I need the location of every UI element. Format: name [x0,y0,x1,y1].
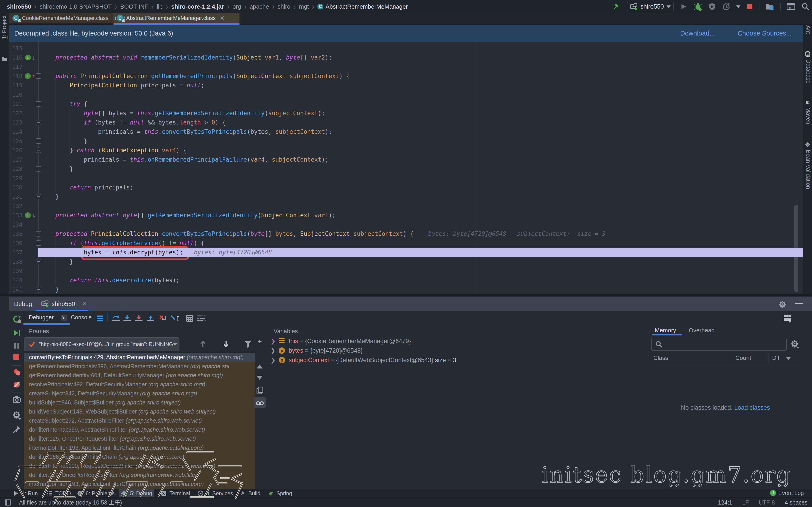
implemented-arrow-icon[interactable]: ↓ [32,211,36,220]
code-line[interactable]: 141− } [9,285,803,294]
scroll-up-icon[interactable] [256,363,263,370]
code-line[interactable]: 139 [9,266,803,276]
implement-marker-icon[interactable]: I [25,55,31,60]
chevron-right-icon[interactable]: ❯ [270,355,275,365]
toolwindow-button-spring[interactable]: Spring [265,489,294,498]
profiler-chevron-icon[interactable] [736,5,741,8]
stack-frame-row[interactable]: getRememberedPrincipals:396, AbstractRem… [24,362,255,371]
stack-frame-row[interactable]: doFilter:119, OncePerRequestFilter (org.… [24,470,255,480]
view-breakpoints-icon[interactable] [12,368,21,377]
fold-end-icon[interactable]: − [36,166,41,172]
download-link[interactable]: Download... [680,30,715,37]
fold-start-icon[interactable]: − [36,231,41,236]
code-line[interactable]: 131− } [9,192,803,202]
code-line[interactable]: 122 byte[] bytes = this.getRememberedSer… [9,109,803,118]
coverage-icon[interactable] [708,2,716,11]
profiler-icon[interactable] [722,2,730,11]
add-watch-icon[interactable]: + [255,338,264,346]
column-count[interactable]: Count [735,354,751,361]
breadcrumb-item[interactable]: mgt [299,3,309,10]
implement-marker-icon[interactable]: I [25,73,31,79]
code-line[interactable]: 119 PrincipalCollection principals = nul… [9,81,803,90]
stripe-button-maven[interactable]: mMaven [805,99,811,106]
chevron-right-icon[interactable]: ❯ [270,346,275,355]
stack-frame-row[interactable]: doFilter:166, ApplicationFilterChain (or… [24,452,255,461]
choose-sources-link[interactable]: Choose Sources... [738,30,792,37]
fold-start-icon[interactable]: − [36,120,41,125]
memory-settings-icon[interactable] [791,340,800,349]
implement-marker-icon[interactable]: I [25,212,31,218]
code-line[interactable]: 137 bytes = this.decrypt(bytes);bytes: b… [9,248,803,257]
stack-frame-row[interactable]: resolvePrincipals:492, DefaultSecurityMa… [24,380,255,389]
toolwindow-button-terminal[interactable]: Terminal [159,489,192,498]
fold-start-icon[interactable]: − [36,148,41,153]
fold-end-icon[interactable]: − [36,259,41,264]
rerun-icon[interactable] [12,315,21,324]
code-line[interactable]: 121− try { [9,99,803,109]
force-step-into-icon[interactable] [134,314,143,323]
search-everywhere-icon[interactable] [801,2,810,11]
fold-end-icon[interactable]: − [36,138,41,144]
variable-row[interactable]: ❯this = {CookieRememberMeManager@6479} [265,336,648,346]
code-line[interactable]: 118I↑− public PrincipalCollection getRem… [9,71,803,81]
breadcrumb-item[interactable]: shiro-core-1.2.4.jar [171,3,224,10]
fold-start-icon[interactable]: − [36,101,41,107]
editor-tab[interactable]: CAbstractRememberMeManager.class✕ [113,13,240,23]
run-icon[interactable] [680,3,688,10]
stack-frame-row[interactable]: createSubject:342, DefaultSecurityManage… [24,389,255,398]
mute-breakpoints-icon[interactable] [12,380,21,389]
code-line[interactable]: 132 [9,202,803,211]
run-to-cursor-icon[interactable] [170,314,180,323]
chevron-right-icon[interactable]: ❯ [270,336,275,346]
code-line[interactable]: 115 [9,44,803,53]
code-line[interactable]: 123− if (bytes != null && bytes.length >… [9,118,803,127]
breadcrumb-item[interactable]: shirodemo-1.0-SNAPSHOT [40,3,112,10]
hide-icon[interactable] [795,303,803,304]
console-icon[interactable] [61,315,67,321]
debug-session-tab[interactable]: shiro550 [52,300,75,307]
implemented-arrow-icon[interactable]: ↓ [32,53,36,62]
stop-icon[interactable] [12,353,20,361]
tab-memory[interactable]: Memory [655,327,676,334]
load-classes-link[interactable]: Load classes [734,404,770,411]
build-hammer-icon[interactable] [612,2,621,11]
layout-settings-icon[interactable] [782,313,792,323]
code-line[interactable]: 133I↓ protected abstract byte[] getRemem… [9,211,803,220]
breadcrumb-item[interactable]: shiro [277,3,290,10]
stack-frame-row[interactable]: createSubject:292, AbstractShiroFilter (… [24,416,255,425]
code-line[interactable]: 130 return principals; [9,183,803,192]
drop-frame-icon[interactable] [158,314,167,323]
stack-frame-row[interactable]: convertBytesToPrincipals:429, AbstractRe… [24,353,255,362]
breadcrumb[interactable]: shiro550›shirodemo-1.0-SNAPSHOT›BOOT-INF… [7,0,408,13]
pause-icon[interactable] [12,341,21,350]
code-line[interactable]: 124 principals = this.convertBytesToPrin… [9,127,803,136]
debug-icon[interactable] [693,2,702,11]
stack-frame-row[interactable]: doFilterInternal:359, AbstractShiroFilte… [24,425,255,434]
resume-icon[interactable] [12,329,21,337]
evaluate-expression-icon[interactable] [185,314,194,323]
stack-frame-row[interactable]: internalDoFilter:193, ApplicationFilterC… [24,480,255,489]
stack-frame-row[interactable]: doFilterInternal:100, RequestContextFilt… [24,461,255,470]
code-line[interactable]: 120 [9,90,803,99]
gear-icon[interactable] [778,300,786,308]
glasses-icon[interactable] [256,398,264,407]
toolwindow-button--debug[interactable]: 5: Debug [119,489,154,498]
code-editor[interactable]: 115116I↓ protected abstract void remembe… [9,42,803,294]
column-class[interactable]: Class [653,354,668,361]
fold-start-icon[interactable]: − [36,73,41,79]
code-line[interactable]: 125− } [9,136,803,146]
toolwindow-button--problems[interactable]: 6: Problems [75,489,117,498]
pin-icon[interactable] [12,425,21,434]
tab-overhead[interactable]: Overhead [689,327,715,334]
code-line[interactable]: 140 return this.deserialize(bytes); [9,276,803,285]
breadcrumb-item[interactable]: shiro550 [7,3,31,10]
fold-end-icon[interactable]: − [36,194,41,200]
code-line[interactable]: 117 [9,62,803,71]
frame-up-icon[interactable] [199,340,207,348]
stack-frame-row[interactable]: buildWebSubject:148, WebSubject$Builder … [24,407,255,416]
stop-icon[interactable] [746,3,753,10]
event-log-button[interactable]: 1 Event Log [770,489,804,497]
stack-frame-row[interactable]: doFilter:125, OncePerRequestFilter (org.… [24,434,255,443]
run-config-combo[interactable]: shiro550 [627,2,674,11]
scroll-down-icon[interactable] [256,374,263,381]
